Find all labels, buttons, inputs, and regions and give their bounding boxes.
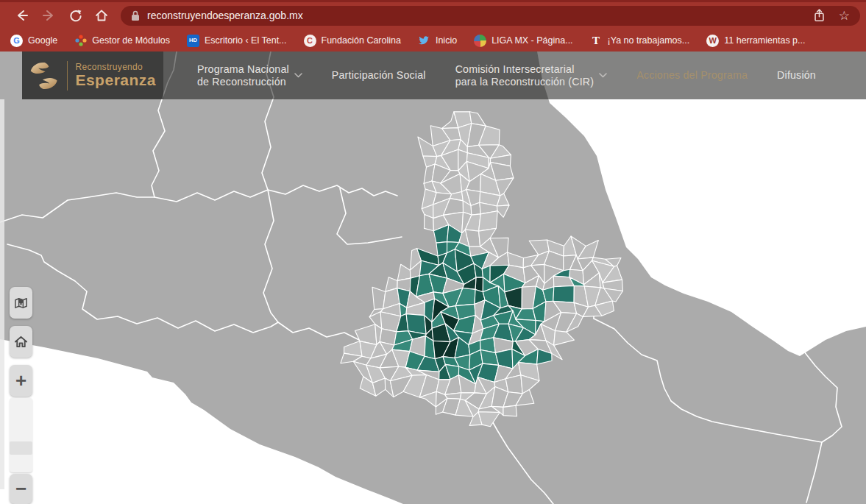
layers-button[interactable] (10, 287, 32, 319)
bookmark-ya-no-trabajamos[interactable]: T¡Ya no trabajamos... (590, 35, 690, 47)
municipality-cell[interactable] (479, 211, 498, 231)
nav-item-comision-cir[interactable]: Comisión Intersecretarialpara la Reconst… (455, 63, 608, 88)
map-home-button[interactable] (10, 326, 32, 358)
zoom-in-button[interactable]: + (10, 365, 32, 397)
hd-icon: HD (187, 35, 199, 47)
bookmark-herramientas[interactable]: W11 herramientas p... (706, 35, 805, 47)
site-header: Reconstruyendo Esperanza Programa Nacion… (22, 52, 866, 99)
bookmark-label: 11 herramientas p... (724, 35, 805, 46)
bookmark-google[interactable]: GGoogle (10, 35, 57, 47)
municipality-cell[interactable] (505, 375, 522, 394)
twitter-icon (418, 35, 430, 47)
logo-line2: Esperanza (75, 71, 156, 89)
share-icon[interactable] (813, 8, 826, 23)
reload-icon (68, 9, 82, 23)
back-arrow-icon (15, 8, 29, 23)
google-icon: G (10, 35, 23, 47)
ball-icon (474, 35, 486, 47)
home-icon (94, 8, 109, 23)
bookmark-inicio[interactable]: Inicio (418, 35, 457, 47)
reload-button[interactable] (65, 6, 85, 25)
back-button[interactable] (13, 6, 32, 25)
bookmark-label: Escritorio ‹ El Tent... (205, 35, 287, 46)
map-home-icon (14, 335, 28, 349)
nav-item-label: Acciones del Programa (636, 69, 748, 82)
municipality-cell[interactable] (553, 285, 575, 302)
nyt-icon: T (590, 35, 603, 47)
nav-item-participacion-social[interactable]: Participación Social (332, 69, 426, 82)
logo-line1: Reconstruyendo (75, 62, 156, 72)
joomla-icon (74, 35, 87, 47)
municipality-cell[interactable] (503, 405, 517, 416)
bookmark-label: Gestor de Módulos (92, 35, 170, 46)
forward-button[interactable] (39, 6, 58, 25)
zoom-out-button[interactable]: − (10, 474, 32, 504)
nav-item-label: Programa Nacionalde Reconstrucción (197, 63, 289, 88)
bookmark-fundacion-carolina[interactable]: CFundación Carolina (304, 35, 401, 47)
main-nav: Programa Nacionalde ReconstrucciónPartic… (197, 52, 816, 99)
panel-edge (0, 99, 4, 489)
hands-logo-icon (28, 60, 60, 91)
nav-item-programa-nacional[interactable]: Programa Nacionalde Reconstrucción (197, 63, 302, 88)
chevron-down-icon (599, 73, 607, 78)
bookmark-star-icon[interactable]: ☆ (839, 10, 850, 22)
carolina-icon: C (304, 35, 316, 47)
bookmark-label: ¡Ya no trabajamos... (608, 35, 690, 46)
logo-text: Reconstruyendo Esperanza (75, 62, 156, 89)
map-layers-icon (14, 296, 28, 310)
bookmark-gestor-modulos[interactable]: Gestor de Módulos (74, 35, 170, 47)
bookmarks-bar: GGoogleGestor de MódulosHDEscritorio ‹ E… (0, 29, 866, 52)
nav-item-label: Difusión (777, 69, 816, 82)
forward-arrow-icon (41, 8, 56, 23)
browser-toolbar: reconstruyendoesperanza.gob.mx ☆ (0, 0, 866, 29)
bookmark-label: Fundación Carolina (322, 35, 401, 46)
lock-icon (131, 10, 140, 21)
wordpress-icon: W (706, 35, 719, 47)
logo[interactable]: Reconstruyendo Esperanza (22, 52, 163, 99)
bookmark-escritorio[interactable]: HDEscritorio ‹ El Tent... (187, 35, 287, 47)
nav-item-label: Comisión Intersecretarialpara la Reconst… (455, 63, 595, 88)
nav-item-acciones-programa[interactable]: Acciones del Programa (636, 69, 748, 82)
address-bar[interactable]: reconstruyendoesperanza.gob.mx ☆ (121, 6, 860, 26)
nav-item-label: Participación Social (332, 69, 426, 82)
zoom-slider-handle[interactable] (10, 441, 32, 455)
bookmark-liga-mx[interactable]: LIGA MX - Página... (474, 35, 572, 47)
bookmark-label: Google (28, 35, 57, 46)
bookmark-label: Inicio (436, 35, 457, 46)
map[interactable] (0, 52, 866, 504)
chevron-down-icon (294, 73, 302, 78)
zoom-slider[interactable] (10, 398, 32, 472)
logo-divider (67, 61, 68, 90)
bookmark-label: LIGA MX - Página... (491, 35, 572, 46)
url-text: reconstruyendoesperanza.gob.mx (147, 10, 303, 21)
nav-item-difusion[interactable]: Difusión (777, 69, 816, 82)
home-button[interactable] (92, 6, 111, 25)
